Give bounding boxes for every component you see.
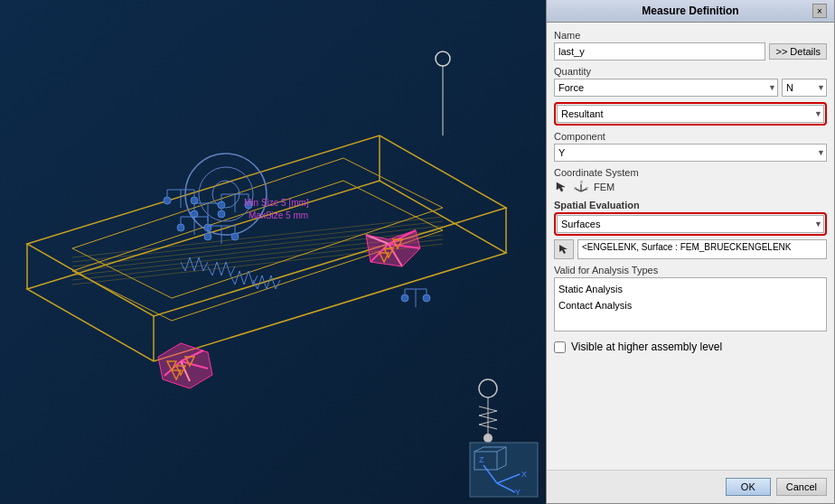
name-input[interactable] xyxy=(554,42,765,61)
resultant-section: Resultant Component ▼ xyxy=(554,102,827,126)
ok-button[interactable]: OK xyxy=(726,478,771,496)
quantity-label: Quantity xyxy=(554,66,827,77)
fem-label: FEM xyxy=(594,182,615,192)
component-select-wrapper: X Y Z ▼ xyxy=(554,144,827,162)
details-button[interactable]: >> Details xyxy=(769,43,827,60)
svg-point-79 xyxy=(423,294,430,302)
spatial-eval-label: Spatial Evaluation xyxy=(554,200,827,210)
component-label: Component xyxy=(554,131,827,142)
name-section: Name >> Details xyxy=(554,30,827,61)
measure-definition-dialog: Measure Definition × Name >> Details Qua… xyxy=(546,0,835,504)
close-button[interactable]: × xyxy=(812,4,827,18)
svg-text:MaxSize 5 mm: MaxSize 5 mm xyxy=(249,210,308,220)
svg-text:Z: Z xyxy=(479,455,484,464)
surfaces-select[interactable]: Surfaces Volumes Edges xyxy=(557,215,824,233)
resultant-select[interactable]: Resultant Component xyxy=(557,105,824,123)
quantity-select[interactable]: Force Displacement Stress xyxy=(554,79,778,97)
quantity-select-wrapper: Force Displacement Stress ▼ xyxy=(554,79,778,97)
quantity-section: Quantity Force Displacement Stress ▼ N xyxy=(554,66,827,97)
svg-text:y: y xyxy=(586,185,588,191)
name-row: >> Details xyxy=(554,42,827,61)
unit-select[interactable]: N kN lbf xyxy=(782,79,827,97)
svg-marker-93 xyxy=(557,182,565,191)
svg-rect-0 xyxy=(0,0,546,504)
svg-text:x: x xyxy=(574,185,577,191)
svg-point-50 xyxy=(231,233,239,240)
svg-point-37 xyxy=(218,201,225,209)
component-select[interactable]: X Y Z xyxy=(554,144,827,162)
dialog-titlebar: Measure Definition × xyxy=(547,0,834,23)
main-container: Min Size 5 [mm] MaxSize 5 mm xyxy=(0,0,835,504)
surface-text-display: <ENGELENK, Surface : FEM_BRUECKENGELENK xyxy=(577,239,827,259)
visible-label: Visible at higher assembly level xyxy=(571,341,722,353)
cancel-button[interactable]: Cancel xyxy=(776,478,827,496)
svg-point-43 xyxy=(177,224,184,231)
svg-text:Min Size 5 [mm]: Min Size 5 [mm] xyxy=(244,198,309,208)
surfaces-select-wrapper: Surfaces Volumes Edges ▼ xyxy=(557,215,824,233)
spatial-eval-section: Spatial Evaluation Surfaces Volumes Edge… xyxy=(554,200,827,259)
unit-select-wrapper: N kN lbf ▼ xyxy=(782,79,827,97)
svg-point-25 xyxy=(164,197,171,204)
surfaces-highlight: Surfaces Volumes Edges ▼ xyxy=(554,212,827,236)
visible-checkbox[interactable] xyxy=(554,341,566,353)
surface-selector-row: <ENGELENK, Surface : FEM_BRUECKENGELENK xyxy=(554,239,827,259)
dialog-title: Measure Definition xyxy=(568,5,812,17)
cursor-icon[interactable] xyxy=(554,180,568,194)
visible-row: Visible at higher assembly level xyxy=(554,341,827,353)
svg-text:z: z xyxy=(580,181,583,184)
coord-system-label: Coordinate System xyxy=(554,167,827,178)
svg-text:Y: Y xyxy=(515,488,521,497)
resultant-highlight: Resultant Component ▼ xyxy=(554,102,827,126)
coord-system-section: Coordinate System z x xyxy=(554,167,827,194)
svg-marker-100 xyxy=(559,245,568,254)
svg-point-78 xyxy=(401,294,408,302)
coord-system-row: z x y FEM xyxy=(554,180,827,194)
quantity-row: Force Displacement Stress ▼ N kN lbf ▼ xyxy=(554,79,827,97)
valid-for-label: Valid for Analysis Types xyxy=(554,265,827,275)
viewport: Min Size 5 [mm] MaxSize 5 mm xyxy=(0,0,546,504)
dialog-footer: OK Cancel xyxy=(547,470,834,503)
coord-icon[interactable]: z x y xyxy=(574,180,588,194)
analysis-types-section: Valid for Analysis Types Static Analysis… xyxy=(554,265,827,331)
analysis-type-contact: Contact Analysis xyxy=(558,298,822,314)
svg-point-49 xyxy=(204,233,211,240)
name-label: Name xyxy=(554,30,827,41)
svg-point-73 xyxy=(483,434,493,443)
resultant-select-wrapper: Resultant Component ▼ xyxy=(557,105,824,123)
component-section: Component X Y Z ▼ xyxy=(554,131,827,162)
svg-text:X: X xyxy=(521,470,527,479)
dialog-content: Name >> Details Quantity Force Displacem… xyxy=(547,23,834,470)
svg-point-32 xyxy=(218,210,225,218)
analysis-type-static: Static Analysis xyxy=(558,282,822,298)
analysis-types-box: Static Analysis Contact Analysis xyxy=(554,277,827,331)
surface-selector-button[interactable] xyxy=(554,239,574,259)
